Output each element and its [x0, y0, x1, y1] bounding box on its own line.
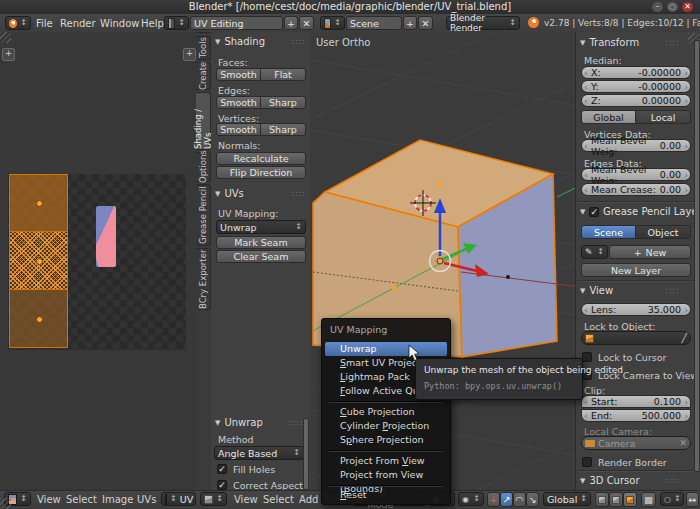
properties-scrollbar[interactable]: [694, 40, 700, 472]
minimize-button-icon[interactable]: –: [652, 2, 663, 12]
uv-menu-select[interactable]: Select: [66, 494, 97, 505]
fill-holes-checkbox[interactable]: ✓: [217, 464, 227, 474]
global-toggle[interactable]: Global: [581, 110, 636, 124]
grease-pencil-panel-header[interactable]: ▼ ✓ Grease Pencil Layers: [580, 206, 698, 217]
orientation-selector[interactable]: Global ↕: [543, 492, 591, 506]
maximize-button-icon[interactable]: ○: [667, 2, 678, 12]
panel-drag-dots[interactable]: ∷∷: [290, 418, 303, 428]
menu-item-cube-projection[interactable]: Cube Projection: [325, 405, 447, 419]
median-x-field[interactable]: X: -0.00000: [581, 66, 691, 79]
menu-item-cylinder-projection[interactable]: Cylinder Projection: [325, 419, 447, 433]
image-datablock-selector[interactable]: ↕ UV: [161, 492, 196, 506]
transform-panel-header[interactable]: ▼ Transform: [580, 37, 639, 48]
view-panel-header[interactable]: ▼ View: [580, 285, 613, 296]
face-select-button[interactable]: [623, 492, 637, 507]
face-dot-unselected[interactable]: [506, 275, 510, 279]
3d-editor-type-button[interactable]: ↕: [200, 492, 227, 506]
local-toggle[interactable]: Local: [636, 110, 691, 124]
close-layout-button[interactable]: ✕: [299, 16, 314, 30]
gp-object-tab[interactable]: Object: [636, 225, 691, 239]
vertices-smooth-button[interactable]: Smooth: [216, 123, 261, 136]
gp-scene-tab[interactable]: Scene: [581, 225, 636, 239]
title-bar[interactable]: Blender* [/home/cest/doc/media/graphic/b…: [0, 0, 700, 14]
screen-layout-name[interactable]: UV Editing: [190, 16, 283, 30]
scene-selector-icon-button[interactable]: ↕: [320, 16, 345, 30]
gp-brush-selector[interactable]: ✎ ↕: [581, 245, 608, 259]
clip-end-field[interactable]: End: 500.000: [581, 409, 691, 422]
menu-item-sphere-projection[interactable]: Sphere Projection: [325, 433, 447, 447]
clip-start-field[interactable]: Start: 0.100: [581, 395, 691, 408]
snap-selector[interactable]: ○ ↕: [660, 492, 684, 506]
lock-object-field[interactable]: ╱: [581, 331, 691, 345]
gp-new-button[interactable]: + New: [609, 245, 691, 259]
menu-file[interactable]: File: [36, 18, 53, 29]
menu-render[interactable]: Render: [60, 18, 96, 29]
manipulator-center[interactable]: [437, 258, 443, 264]
menu-item-unwrap[interactable]: Unwrap: [325, 342, 447, 356]
region-corner-grip[interactable]: [0, 32, 11, 43]
uvs-panel-header[interactable]: ▼ UVs: [215, 188, 244, 199]
tab-shading-uvs[interactable]: Shading / UVs: [196, 92, 211, 150]
pivot-point-selector[interactable]: ◉ ↕: [458, 492, 484, 506]
method-dropdown[interactable]: Angle Based ↕: [214, 446, 304, 460]
edges-smooth-button[interactable]: Smooth: [216, 96, 261, 109]
edge-bevel-field[interactable]: Mean Bevel Weig: 0.00: [581, 168, 691, 181]
add-scene-button[interactable]: +: [403, 16, 417, 30]
render-engine-selector[interactable]: Blender Render ↕: [446, 16, 520, 30]
region-corner-grip[interactable]: [0, 498, 11, 509]
add-layout-button[interactable]: +: [284, 16, 298, 30]
local-camera-field[interactable]: Camera ✕: [581, 436, 691, 450]
vertex-select-button[interactable]: [595, 492, 609, 507]
view-menu[interactable]: View: [234, 494, 258, 505]
menu-item-reset[interactable]: Reset: [325, 488, 447, 502]
uv-face-top[interactable]: [9, 174, 68, 232]
tool-shelf-scrollbar[interactable]: [303, 418, 309, 490]
screen-layout-icon-button[interactable]: ↕: [164, 16, 189, 30]
manipulator-toggle-button[interactable]: +: [487, 492, 500, 507]
translate-manipulator-button[interactable]: ↗: [500, 492, 513, 507]
tab-options[interactable]: Options: [196, 152, 211, 182]
tab-tools[interactable]: Tools: [196, 36, 211, 60]
menu-help[interactable]: Help: [141, 18, 164, 29]
select-menu[interactable]: Select: [263, 494, 294, 505]
occlude-geometry-button[interactable]: ▦: [641, 492, 656, 507]
panel-drag-dots[interactable]: ∷∷: [666, 38, 679, 48]
menu-item-project-from-view-bounds[interactable]: Project from View (Bounds): [325, 468, 447, 482]
shading-panel-header[interactable]: ▼ Shading: [215, 36, 265, 47]
uv-face-center-dot[interactable]: [36, 258, 43, 265]
uv-face-bottom[interactable]: [9, 289, 68, 348]
scene-name[interactable]: Scene: [346, 16, 402, 30]
expand-panel-left-button[interactable]: +: [2, 48, 15, 61]
render-view-button[interactable]: ↔: [686, 492, 699, 507]
eyedropper-icon[interactable]: ╱: [682, 334, 687, 343]
panel-drag-dots[interactable]: ∷∷: [666, 476, 679, 486]
add-menu[interactable]: Add: [299, 494, 318, 505]
tab-bcry-exporter[interactable]: BCry Exporter: [196, 248, 211, 310]
unwrap-dropdown[interactable]: Unwrap ↕: [216, 220, 306, 234]
uv-menu-image[interactable]: Image: [102, 494, 133, 505]
grease-pencil-checkbox[interactable]: ✓: [589, 207, 599, 217]
vertices-sharp-button[interactable]: Sharp: [261, 123, 306, 136]
clear-icon[interactable]: ✕: [679, 439, 687, 448]
render-border-checkbox[interactable]: [582, 457, 592, 467]
gp-new-layer-button[interactable]: New Layer: [581, 263, 691, 277]
uv-menu-view[interactable]: View: [37, 494, 61, 505]
close-scene-button[interactable]: ✕: [418, 16, 433, 30]
3d-cursor-panel-header[interactable]: ▼ 3D Cursor: [580, 475, 640, 486]
clear-seam-button[interactable]: Clear Seam: [216, 250, 306, 263]
uv-island[interactable]: [96, 206, 116, 267]
unwrap-panel-header[interactable]: ▼ Unwrap: [215, 417, 263, 428]
rotate-manipulator-button[interactable]: ◠: [513, 492, 526, 507]
panel-drag-dots[interactable]: ∷∷: [292, 189, 305, 199]
uv-face-center-dot[interactable]: [36, 316, 43, 323]
median-y-field[interactable]: Y: -0.00000: [581, 80, 691, 93]
recalculate-button[interactable]: Recalculate: [216, 152, 306, 165]
face-dot-selected[interactable]: [438, 182, 443, 187]
lens-field[interactable]: Lens: 35.000: [581, 303, 691, 316]
uv-face-center-dot[interactable]: [36, 200, 43, 207]
menu-item-project-from-view[interactable]: Project From View: [325, 454, 447, 468]
edges-sharp-button[interactable]: Sharp: [261, 96, 306, 109]
uv-editor-canvas[interactable]: + +: [0, 32, 196, 490]
lock-to-cursor-checkbox[interactable]: [582, 352, 592, 362]
menu-window[interactable]: Window: [100, 18, 139, 29]
